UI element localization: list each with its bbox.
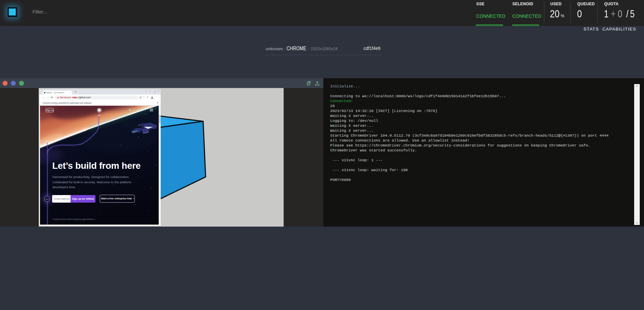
svg-text:<>: <> — [46, 197, 49, 200]
